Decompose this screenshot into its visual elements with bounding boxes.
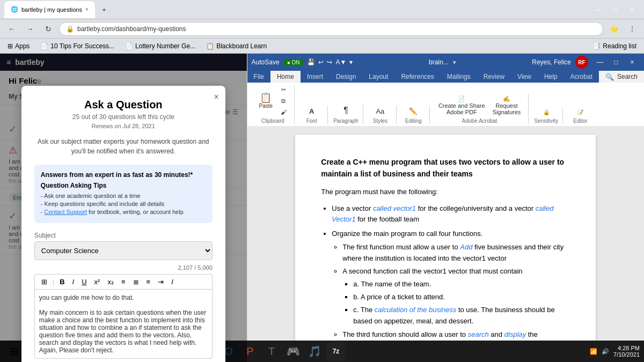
word-maximize-btn[interactable]: □: [609, 55, 624, 70]
editor-toolbar: ⊞ | B I U x² x₂ ≡ ≣ ≡ ⇥ I: [34, 274, 213, 289]
ribbon-tab-review[interactable]: Review: [477, 71, 511, 83]
copy-btn[interactable]: ⧉: [277, 96, 290, 106]
ribbon-tab-design[interactable]: Design: [330, 71, 362, 83]
table-btn[interactable]: ⊞: [39, 277, 49, 287]
paste-btn[interactable]: 📋 Paste: [256, 91, 276, 110]
editor-label: Editor: [573, 118, 587, 124]
ribbon-tab-help[interactable]: Help: [538, 71, 564, 83]
editing-btn[interactable]: ✏️: [404, 106, 423, 117]
contact-support-link[interactable]: Contact Support: [45, 209, 87, 215]
autosave-area: AutoSave ● ON 💾 ↩ ↪ A▼ ▾: [252, 58, 353, 66]
reading-list-btn[interactable]: 📑 Reading list: [589, 41, 640, 51]
bold-btn[interactable]: B: [57, 277, 67, 287]
ask-question-modal: × Ask a Question 25 out of 30 questions …: [21, 86, 225, 362]
tips-title: Question Asking Tips: [41, 182, 206, 189]
tab-close[interactable]: ×: [85, 6, 89, 12]
modal-title: Ask a Question: [34, 99, 213, 111]
ribbon-tab-mailings[interactable]: Mailings: [441, 71, 477, 83]
search-label[interactable]: Search: [617, 73, 638, 80]
formula-btn[interactable]: I: [169, 277, 175, 287]
menu-btn[interactable]: ⋮: [625, 21, 640, 36]
request-sigs-btn[interactable]: ✍RequestSignatures: [489, 94, 524, 117]
blackboard-icon: 📋: [206, 42, 214, 50]
ribbon-tab-home[interactable]: Home: [270, 71, 301, 83]
subject-select[interactable]: Computer Science: [34, 241, 213, 260]
modal-info-box: Answers from an expert in as fast as 30 …: [34, 165, 213, 223]
divider-1: |: [53, 278, 54, 286]
taskbar-volume-icon[interactable]: 🔊: [602, 348, 609, 355]
bookmark-apps[interactable]: ⊞ Apps: [4, 41, 33, 51]
styles-btn[interactable]: Aa: [370, 106, 390, 117]
format-painter-btn[interactable]: 🖌: [277, 107, 290, 117]
taskbar-steam-btn[interactable]: 🎮: [283, 342, 303, 361]
word-close-btn[interactable]: ×: [625, 55, 640, 70]
qat-more-btn[interactable]: ▾: [349, 58, 353, 66]
autosave-toggle[interactable]: ● ON: [283, 59, 304, 66]
address-input[interactable]: 🔒 bartleby.com/dashboard/my-questions: [59, 22, 603, 36]
display-link: display: [504, 330, 526, 338]
search-link: search: [468, 330, 489, 338]
tip-2: - Keep questions specific and include al…: [41, 201, 206, 207]
extensions-btn[interactable]: ⭐: [606, 21, 621, 36]
bookmark-lottery[interactable]: 📄 Lottery Number Ge...: [122, 41, 199, 51]
refresh-btn[interactable]: ↻: [41, 21, 56, 36]
bookmark-tips[interactable]: 📄 10 Tips For Success...: [37, 41, 118, 51]
subscript-btn[interactable]: x₂: [105, 277, 116, 287]
create-pdf-btn[interactable]: 📄Create and ShareAdobe PDF: [435, 94, 488, 117]
apps-icon: ⊞: [8, 42, 13, 50]
taskbar-teams2-btn[interactable]: T: [262, 342, 281, 361]
ribbon-tab-references[interactable]: References: [394, 71, 440, 83]
paste-icon: 📋: [260, 93, 272, 102]
bookmark-blackboard[interactable]: 📋 Blackboard Learn: [203, 41, 270, 51]
browser-close-btn[interactable]: ×: [625, 2, 640, 17]
ribbon-content: 📋 Paste ✂ ⧉ 🖌 Clipboard A Font: [247, 83, 644, 126]
align-btn[interactable]: ≡: [144, 277, 153, 287]
save-icon[interactable]: 💾: [307, 58, 315, 66]
paragraph-btn[interactable]: ¶: [336, 104, 356, 117]
unordered-list-btn[interactable]: ≡: [119, 277, 128, 287]
styles-label: Styles: [373, 118, 387, 124]
back-btn[interactable]: ←: [4, 21, 19, 36]
taskbar-misc-btn[interactable]: 🎵: [305, 342, 324, 361]
adobe-label: Adobe Acrobat: [462, 118, 497, 124]
ribbon-tab-acrobat[interactable]: Acrobat: [564, 71, 599, 83]
ordered-list-btn[interactable]: ≣: [131, 277, 141, 287]
underline-btn[interactable]: U: [79, 277, 89, 287]
undo-btn[interactable]: ↩: [318, 58, 324, 66]
tip-1: - Ask one academic question at a time: [41, 193, 206, 199]
sensitivity-btn[interactable]: 🔒: [537, 108, 556, 117]
word-pane: AutoSave ● ON 💾 ↩ ↪ A▼ ▾ brain... ▾ Reye…: [247, 54, 644, 362]
active-tab[interactable]: 🌐 bartleby | my questions ×: [4, 1, 95, 18]
italic-btn[interactable]: I: [70, 277, 77, 287]
superscript-btn[interactable]: x²: [92, 277, 103, 287]
ribbon-group-adobe: 📄Create and ShareAdobe PDF ✍RequestSigna…: [431, 94, 529, 124]
taskbar-right: 📶 🔊 4:28 PM 7/10/2021: [590, 345, 640, 358]
doc-title: Create a C++ menu program that uses two …: [321, 156, 570, 180]
forward-btn[interactable]: →: [23, 21, 38, 36]
cut-btn[interactable]: ✂: [277, 85, 290, 95]
ribbon-tab-layout[interactable]: Layout: [362, 71, 394, 83]
user-avatar[interactable]: RF: [575, 56, 588, 69]
bullet-2: Organize the main program to call four f…: [332, 228, 570, 350]
ribbon-tab-view[interactable]: View: [511, 71, 538, 83]
editor-textarea[interactable]: you can guide me how to do that. My main…: [34, 289, 213, 359]
sub-bullet-2: A second function call the vector1 vecto…: [342, 266, 570, 327]
autoformat-btn[interactable]: A▼: [335, 58, 346, 66]
ribbon-tab-file[interactable]: File: [247, 71, 270, 83]
indent-btn[interactable]: ⇥: [156, 277, 166, 287]
char-count: 2,107 / 5,000: [34, 264, 213, 271]
maximize-btn[interactable]: □: [608, 2, 623, 17]
paragraph-label: Paragraph: [333, 118, 358, 124]
word-minimize-btn[interactable]: —: [592, 55, 608, 70]
font-btn[interactable]: A: [302, 106, 321, 117]
minimize-btn[interactable]: —: [590, 2, 605, 17]
bartleby-pane: ≡ bartleby Hi Felice My Solutions Filter…: [0, 54, 247, 362]
redo-btn[interactable]: ↪: [327, 58, 332, 66]
new-tab-btn[interactable]: +: [96, 1, 112, 18]
editor-btn[interactable]: 📝: [570, 108, 590, 117]
ribbon-tab-insert[interactable]: Insert: [301, 71, 330, 83]
modal-overlay: × Ask a Question 25 out of 30 questions …: [0, 54, 247, 362]
modal-close-btn[interactable]: ×: [214, 92, 218, 102]
doc-subtitle: The program must have the following:: [321, 187, 570, 198]
taskbar-7z-btn[interactable]: 7z: [326, 342, 346, 361]
